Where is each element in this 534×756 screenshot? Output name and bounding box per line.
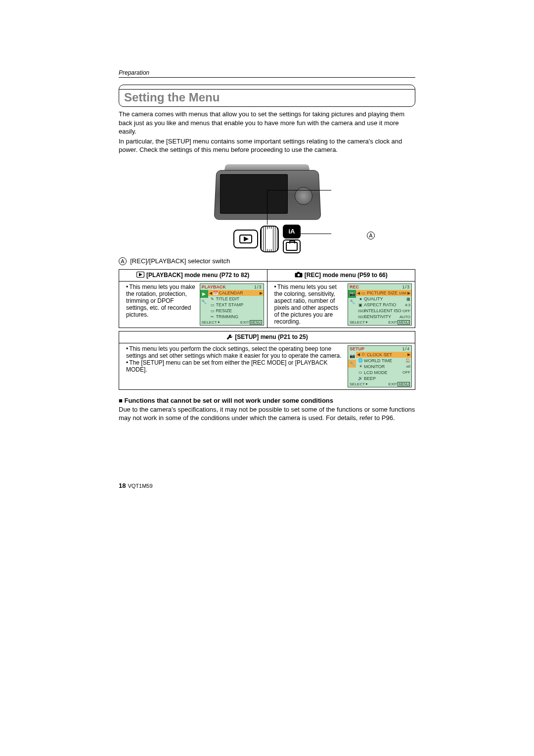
lcd-playback: PLAYBACK1/3 ▶ 🔧 ◀📅CALENDAR▶✎TITLE EDIT▭T… [200,284,264,326]
playback-icon [136,272,144,279]
svg-point-6 [297,274,300,277]
lcd-menu-item: ISOSENSITIVITYAUTO [356,314,411,320]
callout-a-marker: A [367,232,375,239]
lcd-menu-item: 🔊BEEP [356,376,411,381]
functions-body: Due to the camera's specifications, it m… [119,405,415,423]
lcd-menu-item: ◀⏲CLOCK SET▶ [356,352,411,358]
lcd-menu-item: ▣ASPECT RATIO4:3 [356,302,411,308]
svg-rect-5 [297,272,300,274]
functions-heading: Functions that cannot be set or will not… [119,397,415,404]
lcd-menu-item: ISOINTELLIGENT ISOOFF [356,308,411,314]
intro-paragraph-1: The camera comes with menus that allow y… [119,110,415,136]
lcd-menu-item: ★QUALITY▦ [356,296,411,302]
lcd-menu-item: ✂TRIMMING [208,314,264,320]
setup-tab-icon: 🔧 [348,298,356,306]
camera-mode-icon [283,239,301,253]
intro-paragraph-2: In particular, the [SETUP] menu contains… [119,137,415,154]
rec-desc: This menu lets you set the coloring, sen… [274,284,345,325]
setup-tab-icon: 🔧 [348,360,356,368]
lcd-menu-item: ◀📅CALENDAR▶ [208,290,264,296]
lcd-menu-item: ▭RESIZE [208,308,264,314]
page-title: Setting the Menu [124,91,220,104]
playback-header: [PLAYBACK] mode menu (P72 to 82) [146,272,249,279]
svg-marker-1 [244,236,249,241]
page-footer: 18VQT1M59 [119,482,415,489]
setup-desc-1: This menu lets you perform the clock set… [126,345,342,359]
lcd-rec: REC1/3 📷 🔧 ◀▭PICTURE SIZE10M▶★QUALITY▦▣A… [348,284,412,326]
section-label: Preparation [119,69,415,78]
wrench-icon [226,334,233,341]
camera-icon [295,272,303,279]
lcd-menu-item: ▭TEXT STAMP [208,302,264,308]
lcd-menu-item: ◀▭PICTURE SIZE10M▶ [356,290,411,296]
rec-tab-icon: 📷 [348,290,356,298]
setup-menu-table: [SETUP] menu (P21 to 25) This menu lets … [119,331,415,390]
playback-switch-icon [233,230,258,248]
title-box: Setting the Menu [119,85,415,107]
setup-desc-2: The [SETUP] menu can be set from either … [126,359,342,373]
switch-caption: A [REC]/[PLAYBACK] selector switch [119,257,415,265]
lcd-menu-item: ✎TITLE EDIT [208,296,264,302]
setup-header: [SETUP] menu (P21 to 25) [235,333,308,340]
ia-mode-icon: iA [283,225,301,238]
lcd-setup: SETUP1/4 📷 🔧 ◀⏲CLOCK SET▶🌐WORLD TIME🏠☀MO… [348,345,412,387]
rec-header: [REC] mode menu (P59 to 66) [305,272,388,279]
camera-illustration: A iA [119,160,415,253]
rec-tab-icon: 📷 [348,352,356,360]
setup-tab-icon: 🔧 [200,298,208,306]
mode-slider [260,226,279,252]
playback-tab-icon: ▶ [200,290,208,298]
mode-menu-table: [PLAYBACK] mode menu (P72 to 82) [REC] m… [119,269,415,328]
playback-desc: This menu lets you make the rotation, pr… [126,284,197,318]
lcd-menu-item: ▭LCD MODEOFF [356,370,411,376]
lcd-menu-item: 🌐WORLD TIME🏠 [356,358,411,364]
svg-marker-3 [139,273,142,277]
lcd-menu-item: ☀MONITOR±0 [356,364,411,370]
